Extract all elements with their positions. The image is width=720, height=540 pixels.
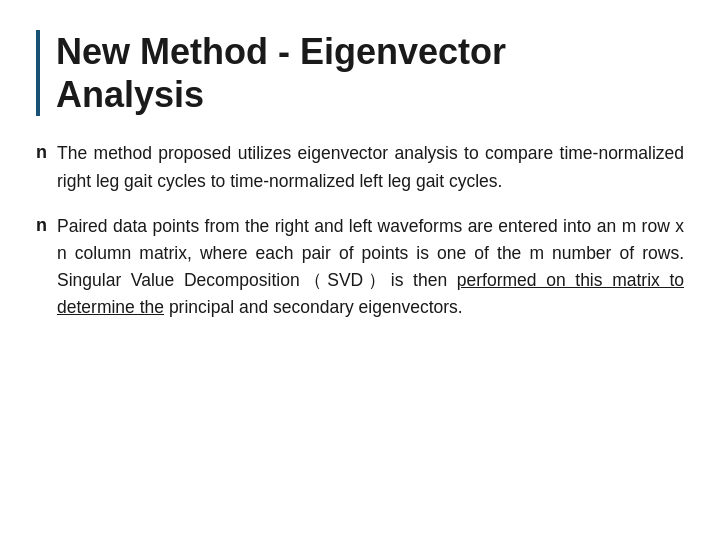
title-block: New Method - Eigenvector Analysis — [36, 30, 684, 116]
bullet-text-1: The method proposed utilizes eigenvector… — [57, 140, 684, 194]
bullet-item-2: n Paired data points from the right and … — [36, 213, 684, 322]
bullet-text-2: Paired data points from the right and le… — [57, 213, 684, 322]
slide-container: New Method - Eigenvector Analysis n The … — [0, 0, 720, 540]
bullet-item-1: n The method proposed utilizes eigenvect… — [36, 140, 684, 194]
bullet-marker-1: n — [36, 142, 47, 163]
bullet2-part2: principal and secondary eigenvectors. — [164, 297, 463, 317]
title-line2: Analysis — [56, 74, 204, 115]
content-area: n The method proposed utilizes eigenvect… — [36, 140, 684, 510]
bullet-marker-2: n — [36, 215, 47, 236]
title-line1: New Method - Eigenvector — [56, 31, 506, 72]
slide-title: New Method - Eigenvector Analysis — [56, 30, 684, 116]
